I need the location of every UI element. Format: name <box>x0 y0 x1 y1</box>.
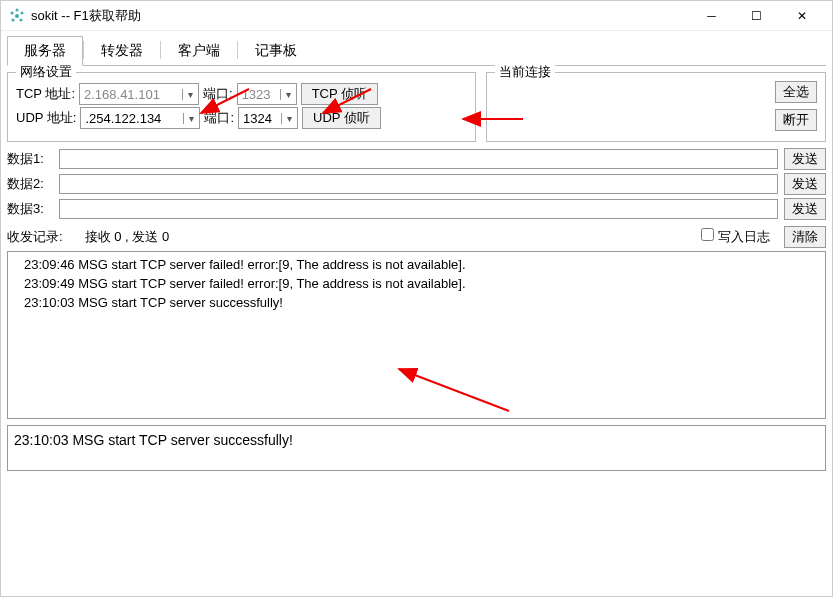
dropdown-icon[interactable]: ▾ <box>281 113 297 124</box>
clear-button[interactable]: 清除 <box>784 226 826 248</box>
window-title: sokit -- F1获取帮助 <box>31 7 689 25</box>
tab-server[interactable]: 服务器 <box>7 36 83 66</box>
udp-addr-input[interactable] <box>81 111 183 126</box>
tcp-port-label: 端口: <box>203 85 233 103</box>
svg-point-3 <box>16 8 19 11</box>
write-log-checkbox-label[interactable]: 写入日志 <box>701 228 770 246</box>
status-area: 23:10:03 MSG start TCP server successful… <box>7 425 826 471</box>
tcp-listen-button[interactable]: TCP 侦听 <box>301 83 378 105</box>
tcp-port-combo[interactable]: ▾ <box>237 83 297 105</box>
svg-point-0 <box>15 14 19 18</box>
udp-port-combo[interactable]: ▾ <box>238 107 298 129</box>
send2-button[interactable]: 发送 <box>784 173 826 195</box>
dropdown-icon[interactable]: ▾ <box>280 89 296 100</box>
log-line: 23:09:46 MSG start TCP server failed! er… <box>14 256 819 275</box>
data2-label: 数据2: <box>7 175 53 193</box>
tab-notepad[interactable]: 记事板 <box>238 36 314 66</box>
top-fieldsets: 网络设置 TCP 地址: ▾ 端口: ▾ TCP 侦听 UDP 地址: <box>7 72 826 142</box>
tab-client[interactable]: 客户端 <box>161 36 237 66</box>
data1-label: 数据1: <box>7 150 53 168</box>
udp-listen-button[interactable]: UDP 侦听 <box>302 107 381 129</box>
status-text: 23:10:03 MSG start TCP server successful… <box>14 432 293 448</box>
maximize-button[interactable]: ☐ <box>734 2 779 30</box>
send1-button[interactable]: 发送 <box>784 148 826 170</box>
connections-legend: 当前连接 <box>495 63 555 81</box>
udp-port-label: 端口: <box>204 109 234 127</box>
log-area[interactable]: 23:09:46 MSG start TCP server failed! er… <box>7 251 826 419</box>
data1-input[interactable] <box>59 149 778 169</box>
record-stats: 接收 0 , 发送 0 <box>85 228 170 246</box>
send3-button[interactable]: 发送 <box>784 198 826 220</box>
tcp-addr-input[interactable] <box>80 87 182 102</box>
svg-point-1 <box>11 11 14 14</box>
tab-forwarder[interactable]: 转发器 <box>84 36 160 66</box>
app-icon <box>9 8 25 24</box>
svg-point-4 <box>12 18 15 21</box>
disconnect-button[interactable]: 断开 <box>775 109 817 131</box>
connections-fieldset: 当前连接 全选 断开 <box>486 72 826 142</box>
log-line: 23:10:03 MSG start TCP server successful… <box>14 294 819 313</box>
tcp-port-input[interactable] <box>238 87 280 102</box>
network-legend: 网络设置 <box>16 63 76 81</box>
udp-addr-label: UDP 地址: <box>16 109 76 127</box>
app-window: sokit -- F1获取帮助 ─ ☐ ✕ 服务器 转发器 客户端 记事板 网络… <box>0 0 833 597</box>
network-fieldset: 网络设置 TCP 地址: ▾ 端口: ▾ TCP 侦听 UDP 地址: <box>7 72 476 142</box>
data3-input[interactable] <box>59 199 778 219</box>
content-area: 服务器 转发器 客户端 记事板 网络设置 TCP 地址: ▾ 端口: <box>1 31 832 475</box>
window-buttons: ─ ☐ ✕ <box>689 2 824 30</box>
svg-point-2 <box>21 11 24 14</box>
select-all-button[interactable]: 全选 <box>775 81 817 103</box>
dropdown-icon[interactable]: ▾ <box>182 89 198 100</box>
tcp-addr-label: TCP 地址: <box>16 85 75 103</box>
log-line: 23:09:49 MSG start TCP server failed! er… <box>14 275 819 294</box>
svg-point-5 <box>20 18 23 21</box>
tab-bar: 服务器 转发器 客户端 记事板 <box>7 35 826 66</box>
close-button[interactable]: ✕ <box>779 2 824 30</box>
udp-port-input[interactable] <box>239 111 281 126</box>
data3-label: 数据3: <box>7 200 53 218</box>
minimize-button[interactable]: ─ <box>689 2 734 30</box>
dropdown-icon[interactable]: ▾ <box>183 113 199 124</box>
record-label: 收发记录: <box>7 228 63 246</box>
connections-list[interactable] <box>495 81 775 131</box>
data2-input[interactable] <box>59 174 778 194</box>
tcp-addr-combo[interactable]: ▾ <box>79 83 199 105</box>
titlebar: sokit -- F1获取帮助 ─ ☐ ✕ <box>1 1 832 31</box>
write-log-checkbox[interactable] <box>701 228 714 241</box>
udp-addr-combo[interactable]: ▾ <box>80 107 200 129</box>
